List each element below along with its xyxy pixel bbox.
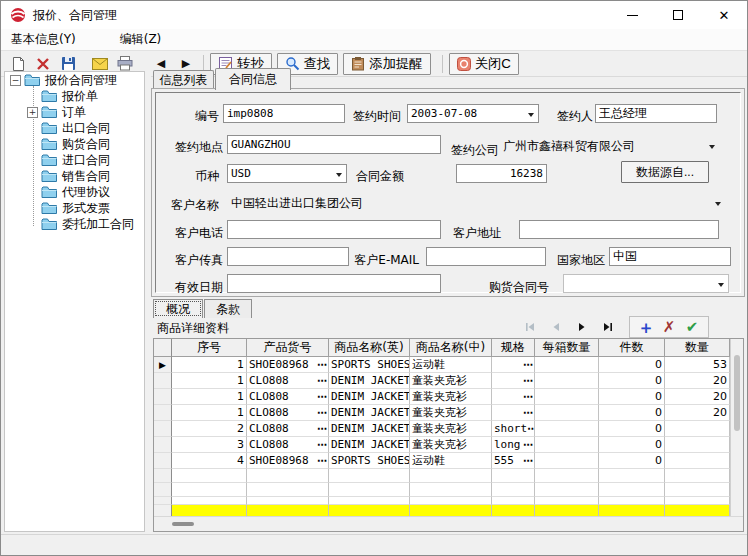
valid-date-input[interactable]	[227, 274, 441, 293]
cell-per-box[interactable]	[535, 453, 599, 469]
row-selector[interactable]: ▶	[154, 357, 172, 373]
grid-horizontal-scrollbar[interactable]	[154, 516, 743, 531]
cell-spec[interactable]: short⋯	[492, 421, 535, 437]
cell-spec[interactable]: long⋯	[492, 437, 535, 453]
cell-code[interactable]: CLO808⋯	[247, 389, 329, 405]
minimize-button[interactable]	[609, 1, 655, 29]
tree-item[interactable]: 进口合同	[5, 152, 144, 168]
fax-input[interactable]	[227, 247, 349, 266]
row-selector[interactable]	[154, 453, 172, 469]
horizontal-scroll-thumb[interactable]	[172, 522, 194, 526]
cell-qty[interactable]	[665, 421, 730, 437]
cell-seq[interactable]: 1	[172, 389, 247, 405]
row-selector[interactable]	[154, 405, 172, 421]
tree-item[interactable]: 委托加工合同	[5, 216, 144, 232]
cell-per-box[interactable]	[535, 437, 599, 453]
ellipsis-button[interactable]: ⋯	[317, 423, 326, 434]
cell-name-cn[interactable]: 童装夹克衫	[410, 373, 492, 389]
no-input[interactable]	[223, 104, 345, 123]
cell-pieces[interactable]: 0	[599, 405, 665, 421]
grid-vertical-scrollbar[interactable]	[730, 339, 743, 516]
cell-qty[interactable]: 20	[665, 405, 730, 421]
data-source-button[interactable]: 数据源自...	[621, 161, 709, 183]
cell-pieces[interactable]: 0	[599, 437, 665, 453]
email-input[interactable]	[426, 247, 546, 266]
place-input[interactable]	[227, 135, 441, 154]
cell-name-cn[interactable]: 童装夹克衫	[410, 389, 492, 405]
tree-item[interactable]: − 报价合同管理	[5, 72, 144, 88]
close-form-button[interactable]: 关闭C	[449, 53, 519, 75]
ellipsis-button[interactable]: ⋯	[317, 439, 326, 450]
menu-edit[interactable]: 编辑(Z)	[112, 29, 170, 50]
cell-name-en[interactable]: DENIM JACKET(	[329, 389, 410, 405]
menu-basic-info[interactable]: 基本信息(Y)	[3, 29, 84, 50]
tree-item[interactable]: 形式发票	[5, 200, 144, 216]
cell-spec[interactable]: ⋯	[492, 389, 535, 405]
cell-code[interactable]: CLO808⋯	[247, 373, 329, 389]
col-header-per-box[interactable]: 每箱数量	[535, 339, 599, 357]
col-header-pieces[interactable]: 件数	[599, 339, 665, 357]
cell-qty[interactable]	[665, 453, 730, 469]
confirm-row-button[interactable]: ✔	[680, 320, 704, 335]
cell-qty[interactable]	[665, 437, 730, 453]
cell-seq[interactable]: 4	[172, 453, 247, 469]
ellipsis-button[interactable]: ⋯	[317, 375, 326, 386]
tab-overview[interactable]: 概况	[153, 299, 203, 318]
col-header-seq[interactable]: 序号	[172, 339, 247, 357]
region-input[interactable]	[609, 247, 731, 266]
customer-combo[interactable]: 中国轻出进出口集团公司	[231, 194, 725, 213]
ellipsis-button[interactable]: ⋯	[527, 423, 535, 434]
ellipsis-button[interactable]: ⋯	[317, 455, 326, 466]
ellipsis-button[interactable]: ⋯	[523, 455, 532, 466]
cell-qty[interactable]: 20	[665, 373, 730, 389]
cell-name-en[interactable]: DENIM JACKET(	[329, 405, 410, 421]
ellipsis-button[interactable]: ⋯	[317, 391, 326, 402]
cell-name-en[interactable]: SPORTS SHOES	[329, 357, 410, 373]
tab-info-list[interactable]: 信息列表	[153, 70, 214, 90]
table-row[interactable]: 1 CLO808⋯ DENIM JACKET( 童装夹克衫 ⋯ 0 20	[154, 405, 730, 421]
cell-name-en[interactable]: SPORTS SHOES	[329, 453, 410, 469]
cell-pieces[interactable]: 0	[599, 389, 665, 405]
row-selector[interactable]	[154, 389, 172, 405]
cell-spec[interactable]: 555⋯	[492, 453, 535, 469]
address-input[interactable]	[519, 220, 719, 239]
cell-code[interactable]: CLO808⋯	[247, 421, 329, 437]
cell-spec[interactable]: ⋯	[492, 373, 535, 389]
tree-item[interactable]: 销售合同	[5, 168, 144, 184]
cell-spec[interactable]: ⋯	[492, 357, 535, 373]
table-row[interactable]: ▶ 1 SHOE08968⋯ SPORTS SHOES 运动鞋 ⋯ 0 53	[154, 357, 730, 373]
ellipsis-button[interactable]: ⋯	[523, 375, 532, 386]
col-header-name-cn[interactable]: 商品名称(中)	[410, 339, 492, 357]
cell-seq[interactable]: 1	[172, 357, 247, 373]
cell-per-box[interactable]	[535, 405, 599, 421]
col-header-name-en[interactable]: 商品名称(英)	[329, 339, 410, 357]
tree-item[interactable]: + 订单	[5, 104, 144, 120]
add-reminder-button[interactable]: 添加提醒	[343, 53, 430, 75]
cell-name-cn[interactable]: 运动鞋	[410, 357, 492, 373]
close-button[interactable]: ✕	[701, 1, 747, 29]
ellipsis-button[interactable]: ⋯	[523, 391, 532, 402]
cell-name-cn[interactable]: 童装夹克衫	[410, 437, 492, 453]
add-row-button[interactable]: ＋	[634, 319, 658, 336]
tab-terms[interactable]: 条款	[204, 299, 252, 318]
col-header-spec[interactable]: 规格	[492, 339, 535, 357]
tree-item[interactable]: 出口合同	[5, 120, 144, 136]
cell-qty[interactable]: 20	[665, 389, 730, 405]
cell-seq[interactable]: 3	[172, 437, 247, 453]
tree-item[interactable]: 报价单	[5, 88, 144, 104]
ellipsis-button[interactable]: ⋯	[523, 359, 532, 370]
cell-per-box[interactable]	[535, 421, 599, 437]
tab-contract-info[interactable]: 合同信息	[215, 68, 291, 90]
cell-seq[interactable]: 2	[172, 421, 247, 437]
cell-pieces[interactable]: 0	[599, 421, 665, 437]
ellipsis-button[interactable]: ⋯	[523, 407, 532, 418]
signer-input[interactable]	[595, 104, 717, 123]
cell-code[interactable]: SHOE08968⋯	[247, 453, 329, 469]
cell-code[interactable]: CLO808⋯	[247, 405, 329, 421]
col-header-qty[interactable]: 数量	[665, 339, 730, 357]
col-header-code[interactable]: 产品货号	[247, 339, 329, 357]
table-row[interactable]: 4 SHOE08968⋯ SPORTS SHOES 运动鞋 555⋯ 0	[154, 453, 730, 469]
expander-icon[interactable]: +	[27, 107, 38, 118]
cell-name-en[interactable]: DENIM JACKET(	[329, 437, 410, 453]
cell-qty[interactable]: 53	[665, 357, 730, 373]
